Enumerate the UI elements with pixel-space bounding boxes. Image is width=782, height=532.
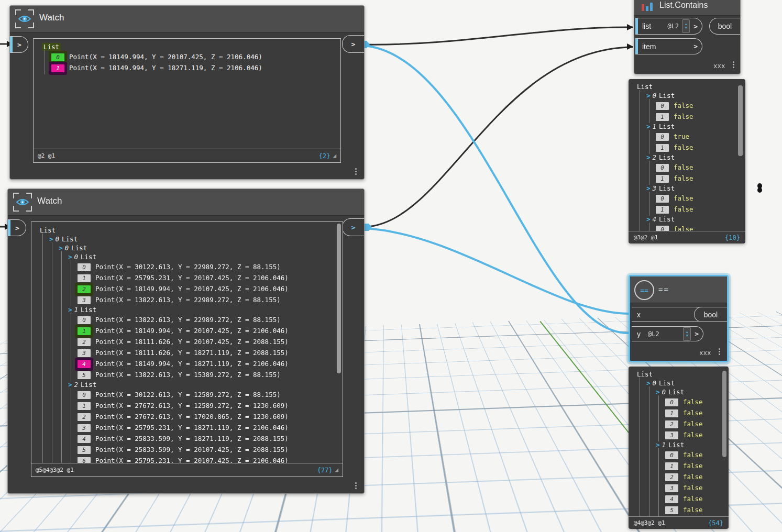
watch2-header[interactable]: Watch [8,189,364,216]
wire-watch2-to-x[interactable] [366,228,629,314]
scrollbar-thumb[interactable] [722,371,726,457]
chevron-right-icon: > [17,41,21,49]
equals-header[interactable]: == == [630,276,727,303]
list-count-badge: {54} [708,519,723,527]
tree-value-row: 0Point(X = 18149.994, Y = 20107.425, Z =… [34,51,340,62]
tree-guide-line [649,203,649,216]
expand-arrow-icon[interactable]: > [68,253,72,261]
index-badge: 1 [665,462,678,470]
wire-watch1-to-y[interactable] [364,46,629,333]
watch2-input-port[interactable]: > [8,219,26,236]
expand-arrow-icon[interactable]: > [646,184,651,192]
index-badge: 4 [665,495,678,503]
lacing-spinner[interactable]: ▲▼ [683,327,691,341]
index-badge: 3 [78,424,91,432]
y-input-port[interactable]: y @L2 ▲▼ > [632,326,703,341]
bool-output-port[interactable]: bool [709,18,740,35]
watch1-tree: List0Point(X = 18149.994, Y = 20107.425,… [34,39,340,149]
resize-grip-icon[interactable]: ◢ [335,467,338,473]
preview-state-label: xxx [700,349,712,357]
tree-value-row: 3Point(X = 25795.231, Y = 18271.119, Z =… [31,422,343,433]
tree-guide-line [649,141,649,154]
x-input-port[interactable]: x > [632,307,703,322]
list-label: List [668,441,684,449]
list-index-label: 1 [653,123,657,130]
tree-value-row: 0Point(X = 13822.613, Y = 22989.272, Z =… [31,314,343,325]
scrollbar-thumb[interactable] [738,85,743,156]
watch-node-1[interactable]: Watch > > List0Point(X = 18149.994, Y = … [9,5,365,180]
expand-arrow-icon[interactable]: > [646,379,651,387]
list-contains-title: List.Contains [659,1,708,10]
tree-guide-line [45,61,45,74]
value-text: Point(X = 25795.231, Y = 20107.425, Z = … [95,274,289,282]
index-badge-highlighted: 0 [51,53,64,61]
expand-arrow-icon[interactable]: > [656,441,660,449]
tree-list-row: >0List [629,387,729,396]
tree-list-row: >1List [31,305,343,314]
index-badge: 5 [78,446,91,454]
canvas-marker-dots [757,184,762,193]
bool-output-port[interactable]: bool [694,307,727,322]
lacing-spinner[interactable]: ▲▼ [682,19,690,33]
expand-arrow-icon[interactable]: > [59,244,63,252]
list-contains-context-menu-icon[interactable] [731,60,735,69]
list-contains-header[interactable]: List.Contains [634,0,740,16]
watch-eye-icon [15,9,34,28]
list-contains-node[interactable]: List.Contains list @L2 ▲▼ > item > bool … [634,0,741,74]
wire-watch2-to-item[interactable] [366,47,633,227]
scrollbar-thumb[interactable] [337,224,341,373]
chevron-up-icon: ▲ [686,330,689,334]
tree-value-row: 4Point(X = 18149.994, Y = 18271.119, Z =… [31,358,343,369]
value-text: Point(X = 25833.599, Y = 18271.119, Z = … [95,435,289,442]
preview-state-label: xxx [714,62,726,70]
item-input-port[interactable]: item > [635,38,702,54]
value-text: Point(X = 18111.626, Y = 20107.425, Z = … [95,338,289,346]
expand-arrow-icon[interactable]: > [646,92,651,99]
index-badge: 0 [78,391,91,399]
output-connector-watch2[interactable] [364,224,372,231]
watch-node-2[interactable]: Watch > > List>0List>0List>0List0Point(X… [7,189,365,494]
expand-arrow-icon[interactable]: > [68,306,72,314]
index-badge: 3 [78,349,91,357]
equals-context-menu-icon[interactable] [717,347,721,356]
tree-value-row: 0false [629,162,745,173]
expand-arrow-icon[interactable]: > [49,235,53,243]
expand-arrow-icon[interactable]: > [646,215,651,223]
equals-node[interactable]: == == x > y @L2 ▲▼ > bool xxx [629,275,729,362]
chevron-down-icon: ▼ [685,26,688,30]
wire-watch1-to-list[interactable] [364,27,633,45]
list-count-badge: {2} [319,152,331,160]
lacing-label: @L2 [648,330,659,338]
expand-arrow-icon[interactable]: > [646,123,651,130]
watch1-context-menu-icon[interactable] [354,167,358,176]
value-text: Point(X = 18149.994, Y = 20107.425, Z = … [95,327,289,335]
tree-guide-line [640,503,640,516]
watch1-output-port[interactable]: > [342,35,364,53]
resize-grip-icon[interactable]: ◢ [333,152,336,159]
expand-arrow-icon[interactable]: > [656,388,660,396]
lacing-levels-label: @4@3@2 @1 [634,519,665,526]
tree-value-row: 0false [629,224,745,231]
tree-list-row: >0List [629,379,729,387]
watch2-context-menu-icon[interactable] [354,481,358,490]
watch1-header[interactable]: Watch [10,6,364,32]
value-text: Point(X = 18111.626, Y = 18271.119, Z = … [95,349,289,357]
tree-value-row: 2Point(X = 18149.994, Y = 20107.425, Z =… [31,283,343,294]
list-label: List [81,253,96,261]
watch2-output-port[interactable]: > [342,218,364,236]
port-name: item [642,42,656,51]
list-label: List [40,226,56,234]
input-connector-item [627,43,633,50]
tree-list-row: >2List [31,380,343,389]
list-count-badge: {10} [725,234,740,241]
tree-list-row: List [34,42,340,51]
value-text: false [674,102,693,109]
list-index-label: 0 [74,253,79,261]
expand-arrow-icon[interactable]: > [646,153,651,161]
watch1-input-port[interactable]: > [10,36,28,53]
tree-list-row: List [629,82,745,91]
tree-value-row: 1false [629,111,745,122]
expand-arrow-icon[interactable]: > [68,381,72,389]
list-input-port[interactable]: list @L2 ▲▼ > [635,18,702,35]
input-connector-list [627,24,633,30]
